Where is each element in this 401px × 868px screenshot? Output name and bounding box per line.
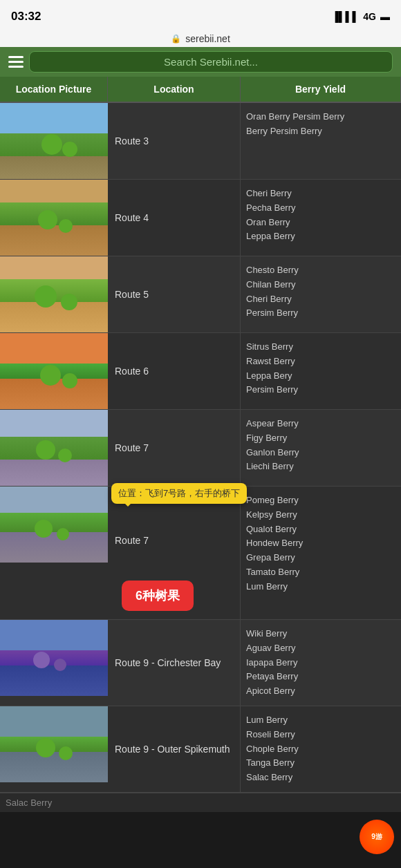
tree-decoration [59, 746, 73, 760]
cell-location: Route 9 - Circhester Bay [108, 620, 241, 706]
cell-berries: Oran Berry Persim BerryBerry Persim Berr… [241, 103, 401, 179]
tree-decoration [57, 528, 69, 540]
table-row: Route 7 Aspear BerryFigy BerryGanlon Ber… [0, 410, 401, 487]
hamburger-line [8, 56, 24, 58]
table-row: Route 5 Chesto BerryChilan BerryCheri Be… [0, 256, 401, 333]
tree-decoration [35, 520, 53, 538]
location-text: Route 3 [115, 135, 149, 147]
cell-picture [0, 620, 108, 706]
tree-decoration [35, 285, 57, 308]
header-berry-yield: Berry Yield [241, 77, 401, 102]
cell-location: Route 7 [108, 410, 241, 486]
location-text: Route 7 [115, 442, 149, 453]
location-text: Route 6 [115, 366, 149, 377]
cell-berries: Cheri BerryPecha BerryOran BerryLeppa Be… [241, 180, 401, 256]
browser-bar: Search Serebii.net... [0, 47, 401, 77]
table-row: Route 9 - Outer Spikemuth Lum BerryRosel… [0, 706, 401, 793]
location-text: Route 9 - Outer Spikemuth [115, 744, 230, 755]
cell-picture [0, 103, 108, 179]
cell-picture [0, 333, 108, 409]
route-image [0, 706, 108, 782]
hamburger-menu[interactable] [8, 56, 24, 68]
network-label: 4G [363, 11, 376, 22]
signal-icon: ▐▌▌▌ [332, 11, 360, 22]
berry-table: Location Picture Location Berry Yield Ro… [0, 77, 401, 812]
location-text: Route 5 [115, 289, 149, 300]
cell-berries: Wiki BerryAguav BerryIapapa BerryPetaya … [241, 620, 401, 706]
route-image [0, 620, 108, 696]
url-text: serebii.net [185, 33, 230, 44]
header-location-picture: Location Picture [0, 77, 108, 102]
hamburger-line [8, 61, 24, 63]
search-bar[interactable]: Search Serebii.net... [29, 51, 393, 73]
cell-picture [0, 706, 108, 792]
status-bar: 03:32 ▐▌▌▌ 4G ▬ [0, 0, 401, 30]
cell-location: Route 4 [108, 180, 241, 256]
fruit-count-badge: 6种树果 [122, 581, 194, 611]
jiuyou-watermark: 9游 [360, 820, 394, 854]
cell-location: Route 5 [108, 256, 241, 332]
cell-location: Route 6 [108, 333, 241, 409]
tree-decoration [62, 142, 77, 157]
route-image [0, 333, 108, 409]
partial-row: Salac Berry [0, 793, 401, 812]
route-image [0, 410, 108, 486]
header-location: Location [108, 77, 241, 102]
route-image [0, 256, 108, 332]
cell-picture [0, 487, 108, 619]
status-icons: ▐▌▌▌ 4G ▬ [332, 11, 390, 22]
cell-picture [0, 256, 108, 332]
tree-decoration [62, 373, 77, 388]
tree-decoration [54, 659, 66, 671]
table-row: Route 6 Sitrus BerryRawst BerryLeppa Ber… [0, 333, 401, 410]
tree-decoration [38, 210, 57, 229]
status-time: 03:32 [11, 10, 41, 23]
hamburger-line [8, 66, 24, 68]
location-text: Route 9 - Circhester Bay [115, 657, 221, 668]
table-row: 位置：飞到7号路，右手的桥下 Route 7 6种树果 Pomeg BerryK… [0, 487, 401, 620]
watermark-text: 9游 [371, 832, 382, 842]
tree-decoration [40, 365, 61, 386]
tree-decoration [36, 738, 55, 757]
tooltip: 位置：飞到7号路，右手的桥下 [111, 483, 247, 504]
cell-berries: Pomeg BerryKelpsy BerryQualot BerryHonde… [241, 487, 401, 619]
route-image [0, 487, 108, 563]
table-row: Route 4 Cheri BerryPecha BerryOran Berry… [0, 180, 401, 256]
tree-decoration [61, 294, 77, 310]
battery-icon: ▬ [380, 11, 390, 22]
tree-decoration [58, 449, 72, 462]
route-image [0, 103, 108, 179]
table-header: Location Picture Location Berry Yield [0, 77, 401, 103]
url-bar: 🔒 serebii.net [0, 30, 401, 47]
tree-decoration [36, 440, 55, 460]
cell-location: 位置：飞到7号路，右手的桥下 Route 7 6种树果 [108, 487, 241, 619]
location-text: Route 7 [115, 535, 149, 546]
cell-location: Route 9 - Outer Spikemuth [108, 706, 241, 792]
cell-berries: Aspear BerryFigy BerryGanlon BerryLiechi… [241, 410, 401, 486]
cell-picture [0, 180, 108, 256]
route-image [0, 180, 108, 256]
tree-decoration [41, 134, 62, 155]
table-row: Route 3 Oran Berry Persim BerryBerry Per… [0, 103, 401, 180]
cell-berries: Sitrus BerryRawst BerryLeppa BeryPersim … [241, 333, 401, 409]
tree-decoration [33, 652, 50, 668]
table-row: Route 9 - Circhester Bay Wiki BerryAguav… [0, 620, 401, 706]
location-text: Route 4 [115, 212, 149, 223]
tree-decoration [59, 219, 73, 233]
cell-location: Route 3 [108, 103, 241, 179]
cell-berries: Chesto BerryChilan BerryCheri BerryPersi… [241, 256, 401, 332]
cell-berries: Lum BerryRoseli BerryChople BerryTanga B… [241, 706, 401, 792]
cell-picture [0, 410, 108, 486]
lock-icon: 🔒 [171, 34, 181, 44]
